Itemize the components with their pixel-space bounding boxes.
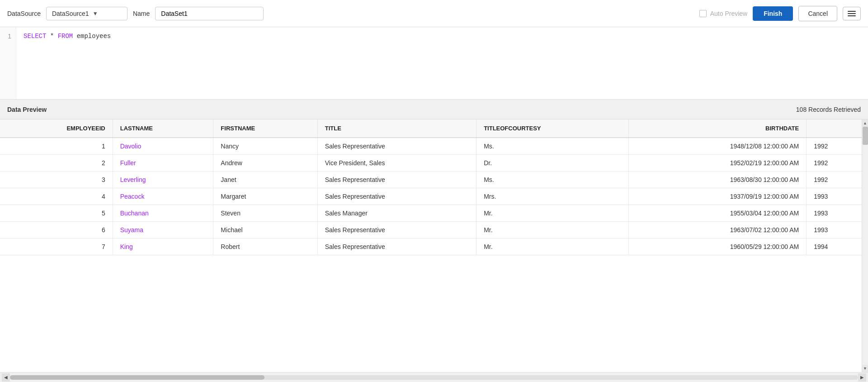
cell-employeeid: 2 bbox=[0, 155, 113, 172]
col-header-extra bbox=[807, 119, 868, 138]
datasource-select[interactable]: DataSource1 ▼ bbox=[46, 7, 127, 20]
cell-extra: 1994 bbox=[807, 239, 868, 255]
cell-birthdate: 1948/12/08 12:00:00 AM bbox=[629, 138, 807, 155]
sql-editor: 1 SELECT * FROM employees bbox=[0, 27, 868, 100]
cell-lastname: Peacock bbox=[113, 188, 213, 205]
cell-title: Sales Representative bbox=[317, 239, 476, 255]
name-input[interactable] bbox=[155, 7, 264, 20]
col-header-titleofcourtesy: TITLEOFCOURTESY bbox=[476, 119, 629, 138]
cell-birthdate: 1955/03/04 12:00:00 AM bbox=[629, 205, 807, 222]
line-numbers: 1 bbox=[0, 27, 16, 99]
cell-extra: 1992 bbox=[807, 172, 868, 188]
toolbar: DataSource DataSource1 ▼ Name Auto Previ… bbox=[0, 0, 868, 27]
cell-titleofcourtesy: Mr. bbox=[476, 205, 629, 222]
data-table: EMPLOYEEID LASTNAME FIRSTNAME TITLE TITL… bbox=[0, 119, 868, 255]
cell-extra: 1993 bbox=[807, 188, 868, 205]
auto-preview-container: Auto Preview bbox=[699, 10, 747, 17]
scroll-up-button[interactable]: ▲ bbox=[862, 119, 868, 127]
cell-firstname: Steven bbox=[213, 205, 317, 222]
datasource-value: DataSource1 bbox=[52, 10, 89, 17]
cell-title: Sales Manager bbox=[317, 205, 476, 222]
line-number-1: 1 bbox=[5, 33, 11, 40]
table-wrapper: EMPLOYEEID LASTNAME FIRSTNAME TITLE TITL… bbox=[0, 119, 868, 372]
cell-extra: 1993 bbox=[807, 222, 868, 239]
cell-birthdate: 1963/07/02 12:00:00 AM bbox=[629, 222, 807, 239]
sql-star: * bbox=[46, 33, 57, 40]
cell-birthdate: 1963/08/30 12:00:00 AM bbox=[629, 172, 807, 188]
col-header-title: TITLE bbox=[317, 119, 476, 138]
vertical-scrollbar: ▲ ▼ bbox=[862, 119, 868, 372]
chevron-down-icon: ▼ bbox=[93, 10, 122, 17]
cell-title: Sales Representative bbox=[317, 222, 476, 239]
h-scroll-thumb[interactable] bbox=[10, 375, 264, 380]
menu-button[interactable] bbox=[843, 7, 861, 20]
sql-select-keyword: SELECT bbox=[24, 33, 46, 40]
auto-preview-checkbox[interactable] bbox=[699, 10, 707, 17]
menu-bar-3 bbox=[848, 15, 856, 16]
table-row: 3LeverlingJanetSales RepresentativeMs.19… bbox=[0, 172, 868, 188]
menu-bar-2 bbox=[848, 13, 856, 14]
table-scroll[interactable]: EMPLOYEEID LASTNAME FIRSTNAME TITLE TITL… bbox=[0, 119, 868, 372]
name-label: Name bbox=[133, 10, 150, 17]
cell-title: Vice President, Sales bbox=[317, 155, 476, 172]
data-preview-header: Data Preview 108 Records Retrieved bbox=[0, 100, 868, 119]
cell-employeeid: 6 bbox=[0, 222, 113, 239]
cell-lastname: Leverling bbox=[113, 172, 213, 188]
cell-lastname: Buchanan bbox=[113, 205, 213, 222]
h-scroll-track[interactable] bbox=[10, 375, 858, 380]
table-row: 6SuyamaMichaelSales RepresentativeMr.196… bbox=[0, 222, 868, 239]
cell-firstname: Andrew bbox=[213, 155, 317, 172]
cell-birthdate: 1960/05/29 12:00:00 AM bbox=[629, 239, 807, 255]
cell-lastname: Fuller bbox=[113, 155, 213, 172]
sql-table: employees bbox=[73, 33, 111, 40]
table-row: 7KingRobertSales RepresentativeMr.1960/0… bbox=[0, 239, 868, 255]
col-header-birthdate: BIRTHDATE bbox=[629, 119, 807, 138]
sql-content[interactable]: SELECT * FROM employees bbox=[16, 27, 868, 99]
scroll-right-button[interactable]: ▶ bbox=[858, 373, 866, 382]
cell-extra: 1992 bbox=[807, 138, 868, 155]
table-row: 4PeacockMargaretSales RepresentativeMrs.… bbox=[0, 188, 868, 205]
records-count: 108 Records Retrieved bbox=[796, 106, 861, 113]
scroll-track bbox=[862, 127, 868, 365]
cell-titleofcourtesy: Dr. bbox=[476, 155, 629, 172]
col-header-employeeid: EMPLOYEEID bbox=[0, 119, 113, 138]
cell-lastname: Davolio bbox=[113, 138, 213, 155]
table-body: 1DavolioNancySales RepresentativeMs.1948… bbox=[0, 138, 868, 255]
cell-firstname: Margaret bbox=[213, 188, 317, 205]
cell-titleofcourtesy: Mr. bbox=[476, 239, 629, 255]
bottom-scrollbar: ◀ ▶ bbox=[0, 372, 868, 382]
cell-firstname: Michael bbox=[213, 222, 317, 239]
cell-extra: 1992 bbox=[807, 155, 868, 172]
cell-firstname: Robert bbox=[213, 239, 317, 255]
data-preview-title: Data Preview bbox=[7, 106, 47, 113]
cell-birthdate: 1952/02/19 12:00:00 AM bbox=[629, 155, 807, 172]
sql-from-keyword: FROM bbox=[58, 33, 73, 40]
table-row: 1DavolioNancySales RepresentativeMs.1948… bbox=[0, 138, 868, 155]
cell-title: Sales Representative bbox=[317, 172, 476, 188]
scroll-left-button[interactable]: ◀ bbox=[2, 373, 10, 382]
cell-birthdate: 1937/09/19 12:00:00 AM bbox=[629, 188, 807, 205]
cell-titleofcourtesy: Ms. bbox=[476, 138, 629, 155]
finish-button[interactable]: Finish bbox=[753, 6, 793, 21]
auto-preview-label: Auto Preview bbox=[710, 10, 747, 17]
menu-bar-1 bbox=[848, 11, 856, 12]
cell-employeeid: 5 bbox=[0, 205, 113, 222]
cell-extra: 1993 bbox=[807, 205, 868, 222]
scroll-down-button[interactable]: ▼ bbox=[862, 365, 868, 372]
table-row: 5BuchananStevenSales ManagerMr.1955/03/0… bbox=[0, 205, 868, 222]
table-header-row: EMPLOYEEID LASTNAME FIRSTNAME TITLE TITL… bbox=[0, 119, 868, 138]
cell-title: Sales Representative bbox=[317, 138, 476, 155]
cell-employeeid: 7 bbox=[0, 239, 113, 255]
cell-firstname: Janet bbox=[213, 172, 317, 188]
cell-titleofcourtesy: Mr. bbox=[476, 222, 629, 239]
cancel-button[interactable]: Cancel bbox=[798, 6, 837, 21]
cell-firstname: Nancy bbox=[213, 138, 317, 155]
cell-employeeid: 3 bbox=[0, 172, 113, 188]
cell-lastname: King bbox=[113, 239, 213, 255]
cell-lastname: Suyama bbox=[113, 222, 213, 239]
cell-title: Sales Representative bbox=[317, 188, 476, 205]
col-header-firstname: FIRSTNAME bbox=[213, 119, 317, 138]
datasource-label: DataSource bbox=[7, 10, 41, 17]
col-header-lastname: LASTNAME bbox=[113, 119, 213, 138]
scroll-thumb[interactable] bbox=[863, 127, 868, 145]
